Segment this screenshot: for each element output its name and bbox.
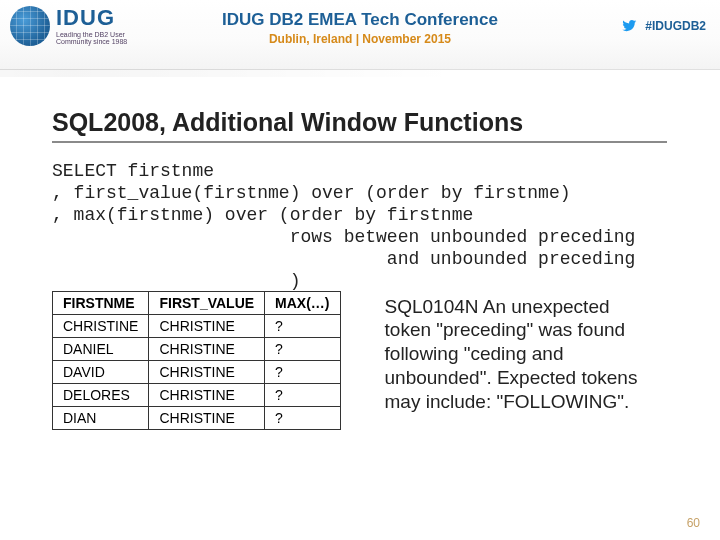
- hashtag-block: #IDUGDB2: [619, 18, 706, 34]
- lower-content: FIRSTNME FIRST_VALUE MAX(…) CHRISTINE CH…: [52, 291, 720, 430]
- table-row: DAVID CHRISTINE ?: [53, 360, 341, 383]
- col-firstnme: FIRSTNME: [53, 291, 149, 314]
- table-row: DANIEL CHRISTINE ?: [53, 337, 341, 360]
- table-row: CHRISTINE CHRISTINE ?: [53, 314, 341, 337]
- col-max: MAX(…): [265, 291, 340, 314]
- conference-subtitle: Dublin, Ireland | November 2015: [0, 32, 720, 46]
- conference-title: IDUG DB2 EMEA Tech Conference: [0, 10, 720, 30]
- sql-code-block: SELECT firstnme , first_value(firstnme) …: [52, 161, 720, 293]
- hashtag-text: #IDUGDB2: [645, 19, 706, 33]
- slide-title: SQL2008, Additional Window Functions: [52, 108, 667, 143]
- twitter-bird-icon: [619, 18, 639, 34]
- result-table: FIRSTNME FIRST_VALUE MAX(…) CHRISTINE CH…: [52, 291, 341, 430]
- table-row: DELORES CHRISTINE ?: [53, 383, 341, 406]
- error-message: SQL0104N An unexpected token "preceding"…: [385, 295, 645, 414]
- table-header-row: FIRSTNME FIRST_VALUE MAX(…): [53, 291, 341, 314]
- table-row: DIAN CHRISTINE ?: [53, 406, 341, 429]
- col-first-value: FIRST_VALUE: [149, 291, 265, 314]
- page-number: 60: [687, 516, 700, 530]
- slide-header: IDUG Leading the DB2 User Community sinc…: [0, 0, 720, 70]
